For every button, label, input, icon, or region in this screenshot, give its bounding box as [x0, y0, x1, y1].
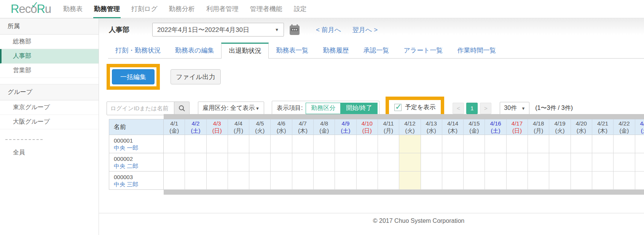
show-schedule-checkbox[interactable]: ✓ — [394, 104, 402, 111]
check-icon: ✓ — [395, 102, 402, 111]
tab[interactable]: 勤務表の編集 — [168, 43, 221, 58]
tab[interactable]: 勤務表一覧 — [269, 43, 316, 58]
day-cell — [507, 153, 528, 171]
sidebar-item[interactable]: 総務部 — [0, 35, 99, 49]
recoru-logo[interactable]: Reco✓Ru — [11, 3, 51, 15]
top-nav-item[interactable]: 設定 — [294, 0, 307, 18]
date-label: 4/14 — [447, 120, 458, 127]
toggle-work-type[interactable]: 勤務区分 — [306, 103, 341, 114]
top-nav-item[interactable]: 利用者管理 — [206, 0, 239, 18]
date-label: 4/19 — [554, 120, 565, 127]
date-label: 4/1 — [170, 120, 178, 127]
day-cell — [571, 135, 592, 153]
day-cell — [635, 135, 644, 153]
day-cell — [249, 153, 271, 171]
date-header-cell: 4/6(水) — [271, 119, 292, 135]
employment-type-select[interactable]: 雇用区分: 全て表示 ▼ — [198, 102, 264, 115]
day-cell — [592, 135, 614, 153]
date-label: 4/13 — [426, 120, 437, 127]
date-header-cell: 4/8(金) — [314, 119, 335, 135]
top-nav-items: 勤務表勤務管理打刻ログ勤務分析利用者管理管理者機能設定 — [63, 0, 307, 18]
prev-month-link[interactable]: < 前月へ — [316, 25, 341, 34]
top-nav-item[interactable]: 管理者機能 — [250, 0, 282, 18]
dow-label: (日) — [212, 127, 222, 134]
sidebar-item[interactable]: 東京グループ — [0, 100, 99, 115]
department-title: 人事部 — [109, 25, 129, 34]
horizontal-scrollbar-top[interactable] — [164, 114, 644, 119]
employee-name-link[interactable]: 中央 三郎 — [114, 181, 138, 187]
date-label: 4/8 — [320, 120, 328, 127]
dow-label: (火) — [555, 127, 564, 134]
per-page-select[interactable]: 30件 ▼ — [500, 102, 529, 115]
dow-label: (金) — [469, 127, 479, 134]
day-cell — [292, 135, 314, 153]
table-row: 000002中央 二郎 — [109, 153, 644, 171]
top-nav-item[interactable]: 勤務管理 — [94, 0, 120, 18]
day-cell — [485, 135, 506, 153]
day-cell — [271, 171, 292, 190]
day-cell — [228, 171, 249, 190]
date-label: 4/7 — [299, 120, 307, 127]
chevron-down-icon: ▼ — [521, 106, 525, 111]
tab[interactable]: 承認一覧 — [356, 43, 396, 58]
day-cell — [528, 135, 549, 153]
toggle-start-end[interactable]: 開始/終了 — [341, 103, 377, 114]
day-cell — [464, 171, 485, 190]
tab[interactable]: 勤務履歴 — [316, 43, 356, 58]
date-header-cell: 4/20(水) — [571, 119, 592, 135]
dow-label: (木) — [448, 127, 457, 134]
day-cell — [357, 153, 378, 171]
day-cell — [635, 171, 644, 190]
employment-type-value: 雇用区分: 全て表示 — [202, 104, 255, 112]
top-nav-item[interactable]: 打刻ログ — [131, 0, 158, 18]
date-label: 4/12 — [404, 120, 415, 127]
page-prev-button[interactable]: < — [453, 103, 464, 114]
date-label: 4/5 — [256, 120, 264, 127]
next-month-link[interactable]: 翌月へ > — [352, 25, 378, 34]
sidebar-item-all-members[interactable]: 全員 — [0, 145, 99, 160]
sidebar-item[interactable]: 大阪グループ — [0, 115, 99, 129]
date-label: 4/2 — [192, 120, 200, 127]
date-range-select[interactable]: 2022年4月1日〜2022年4月30日 ▼ — [152, 23, 284, 37]
day-cell — [399, 171, 421, 190]
day-cell — [442, 153, 464, 171]
tab[interactable]: アラート一覧 — [396, 43, 450, 58]
page-number-button[interactable]: 1 — [466, 103, 478, 114]
dow-label: (日) — [512, 127, 522, 134]
horizontal-scrollbar-bottom[interactable] — [164, 190, 644, 195]
dow-label: (火) — [405, 127, 414, 134]
tab[interactable]: 作業時間一覧 — [450, 43, 504, 58]
sidebar-item[interactable]: 営業部 — [0, 64, 99, 78]
search-box — [107, 102, 190, 115]
date-header-cell: 4/15(金) — [464, 119, 485, 135]
tab[interactable]: 打刻・勤務状況 — [108, 43, 168, 58]
page-next-button[interactable]: > — [480, 103, 491, 114]
employee-name-link[interactable]: 中央 一郎 — [114, 144, 138, 151]
tab[interactable]: 出退勤状況 — [221, 43, 269, 59]
date-header-cell: 4/7(木) — [292, 119, 314, 135]
file-export-button[interactable]: ファイル出力 — [171, 69, 221, 84]
search-button[interactable] — [174, 102, 190, 115]
employee-cell: 000003中央 三郎 — [109, 171, 164, 190]
show-schedule-label: 予定を表示 — [405, 103, 435, 111]
day-cell — [464, 135, 485, 153]
sidebar-item[interactable]: 人事部 — [0, 49, 99, 64]
top-nav-item[interactable]: 勤務表 — [63, 0, 83, 18]
employee-name-link[interactable]: 中央 二郎 — [114, 163, 138, 169]
day-cell — [357, 135, 378, 153]
sidebar-section-header: グループ — [0, 84, 99, 100]
date-header-cell: 4/13(水) — [421, 119, 442, 135]
dow-label: (土) — [491, 127, 501, 134]
day-cell — [399, 153, 421, 171]
date-header-cell: 4/1(金) — [164, 119, 185, 135]
date-header-cell: 4/11(月) — [378, 119, 399, 135]
calendar-button[interactable] — [289, 23, 301, 36]
dow-label: (月) — [384, 127, 393, 134]
search-input[interactable] — [107, 102, 174, 115]
bulk-edit-button[interactable]: 一括編集 — [112, 69, 155, 84]
top-nav-item[interactable]: 勤務分析 — [169, 0, 195, 18]
employee-id: 000003 — [114, 173, 163, 181]
day-cell — [164, 171, 185, 190]
date-label: 4/6 — [277, 120, 285, 127]
dow-label: (木) — [598, 127, 607, 134]
